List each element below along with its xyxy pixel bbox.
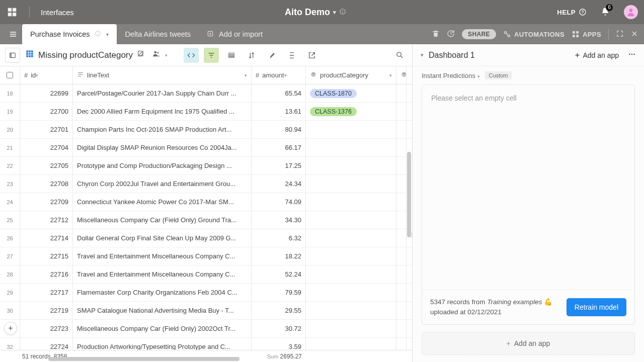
cell-linetext[interactable]: Chyron Corp 2002Jul Travel and Entertain… [73,175,252,193]
cell-productcategory[interactable]: CLASS-1870 [306,84,396,102]
cell-productcategory[interactable] [306,338,396,350]
horizontal-scrollbar[interactable] [48,357,239,361]
tab-caret-icon[interactable]: ▾ [106,32,109,37]
add-app-box[interactable]: + Add an app [422,332,635,355]
info-icon[interactable] [339,7,346,18]
cell-id[interactable]: 22723 [20,320,73,337]
table-row[interactable]: 2822716Travel and Entertainment Miscella… [0,265,412,284]
cell-amount[interactable]: 24.34 [252,175,306,193]
cell-id[interactable]: 22699 [20,84,73,102]
menu-button[interactable] [4,26,22,42]
cell-amount[interactable]: 13.61 [252,103,306,120]
cell-extra[interactable] [396,211,407,229]
code-toggle[interactable] [184,48,199,63]
cell-productcategory[interactable] [306,247,396,265]
cell-linetext[interactable]: Connecticut Yankee Atomic Power Co 2017-… [73,193,252,211]
cell-linetext[interactable]: Production Artworking/Typesetting Protot… [73,338,252,350]
cell-amount[interactable]: 80.94 [252,121,306,138]
cell-extra[interactable] [396,84,407,102]
cell-id[interactable]: 22708 [20,175,73,193]
cell-id[interactable]: 22724 [20,338,73,350]
cell-amount[interactable]: 34.30 [252,211,306,229]
cell-extra[interactable] [396,265,407,283]
cell-linetext[interactable]: Travel and Entertainment Miscellaneous C… [73,265,252,283]
cell-linetext[interactable]: Dec 2000 Allied Farm Equipment Inc 1975 … [73,103,252,120]
cell-linetext[interactable]: Digital Display SMAP Reunion Resources C… [73,139,252,156]
cell-productcategory[interactable] [306,302,396,319]
cell-productcategory[interactable] [306,284,396,301]
cell-extra[interactable] [396,193,407,211]
cell-extra[interactable] [396,229,407,247]
cell-amount[interactable]: 29.55 [252,302,306,319]
table-row[interactable]: 2722715Travel and Entertainment Miscella… [0,247,412,265]
table-row[interactable]: 2522712Miscellaneous Company Car (Field … [0,211,412,229]
table-row[interactable]: 3122723Miscellaneous Company Car (Field … [0,320,412,338]
search-button[interactable] [392,48,407,63]
cell-id[interactable]: 22716 [20,265,73,283]
cell-id[interactable]: 22715 [20,247,73,265]
history-icon[interactable] [447,30,455,39]
apps-button[interactable]: APPS [572,30,601,38]
column-header-id[interactable]: #id ▾ [20,66,73,84]
table-row[interactable]: 2122704Digital Display SMAP Reunion Reso… [0,139,412,157]
cell-productcategory[interactable] [306,229,396,247]
cell-linetext[interactable]: Champion Parts Inc Oct-2016 SMAP Product… [73,121,252,138]
retrain-model-button[interactable]: Retrain model [567,298,626,316]
column-header-productcategory[interactable]: productCategory ▾ [306,66,396,84]
tab-purchase-invoices[interactable]: Purchase Invoices ▾ [22,24,117,44]
cell-productcategory[interactable] [306,193,396,211]
cell-id[interactable]: 22700 [20,103,73,120]
column-header-extra[interactable] [396,66,407,84]
app-logo[interactable] [6,6,18,18]
cell-extra[interactable] [396,175,407,193]
workspace-caret-icon[interactable]: ▾ [333,9,336,16]
cell-extra[interactable] [396,320,407,337]
cell-extra[interactable] [396,121,407,138]
column-caret-icon[interactable]: ▾ [389,73,392,78]
trash-icon[interactable] [432,30,440,39]
dashboard-caret-icon[interactable]: ▾ [421,52,424,58]
color-toggle[interactable] [264,48,279,63]
cell-amount[interactable]: 74.09 [252,193,306,211]
dashboard-more-icon[interactable] [628,50,636,60]
view-caret-icon[interactable]: ▾ [165,53,168,58]
cell-linetext[interactable]: Miscellaneous Company Car (Field Only) 2… [73,320,252,337]
cell-linetext[interactable]: Dollar General Corp Final Site Clean Up … [73,229,252,247]
cell-productcategory[interactable] [306,121,396,138]
notifications-button[interactable]: 6 [601,7,610,18]
user-avatar[interactable] [624,5,638,19]
table-row[interactable]: 2022701Champion Parts Inc Oct-2016 SMAP … [0,121,412,139]
cell-productcategory[interactable]: CLASS-1376 [306,103,396,120]
cell-linetext[interactable]: Parcel/Postage/Courier 2017-Jan Supply C… [73,84,252,102]
cell-extra[interactable] [396,157,407,174]
automations-button[interactable]: AUTOMATIONS [503,30,565,38]
expand-icon[interactable] [616,30,624,39]
cell-id[interactable]: 22704 [20,139,73,156]
table-row[interactable]: 2622714Dollar General Corp Final Site Cl… [0,229,412,247]
table-row[interactable]: 2922717Flamemaster Corp Charity Organiza… [0,284,412,302]
column-caret-icon[interactable]: ▾ [284,73,287,78]
table-row[interactable]: 1922700Dec 2000 Allied Farm Equipment In… [0,103,412,121]
vertical-scrollbar[interactable] [407,152,411,237]
cell-id[interactable]: 22717 [20,284,73,301]
predictions-dropdown[interactable]: Instant Predictions ▾ [422,72,480,79]
filter-toggle[interactable] [204,48,219,63]
collaborators-icon[interactable] [152,49,161,61]
table-row[interactable]: 2222705Prototype and Comp Production/Pac… [0,157,412,175]
help-link[interactable]: HELP ? [557,8,587,16]
cell-linetext[interactable]: Miscellaneous Company Car (Field Only) G… [73,211,252,229]
cell-productcategory[interactable] [306,211,396,229]
cell-amount[interactable]: 6.32 [252,229,306,247]
cell-extra[interactable] [396,139,407,156]
cell-productcategory[interactable] [306,139,396,156]
add-row-button[interactable]: + [4,322,17,335]
select-all-checkbox[interactable] [0,66,20,84]
cell-id[interactable]: 22712 [20,211,73,229]
interfaces-link[interactable]: Interfaces [41,8,74,17]
panel-toggle-button[interactable] [5,48,20,63]
cell-amount[interactable]: 3.59 [252,338,306,350]
cell-extra[interactable] [396,284,407,301]
cell-productcategory[interactable] [306,175,396,193]
share-view-icon[interactable] [304,48,319,63]
table-row[interactable]: 2322708Chyron Corp 2002Jul Travel and En… [0,175,412,193]
